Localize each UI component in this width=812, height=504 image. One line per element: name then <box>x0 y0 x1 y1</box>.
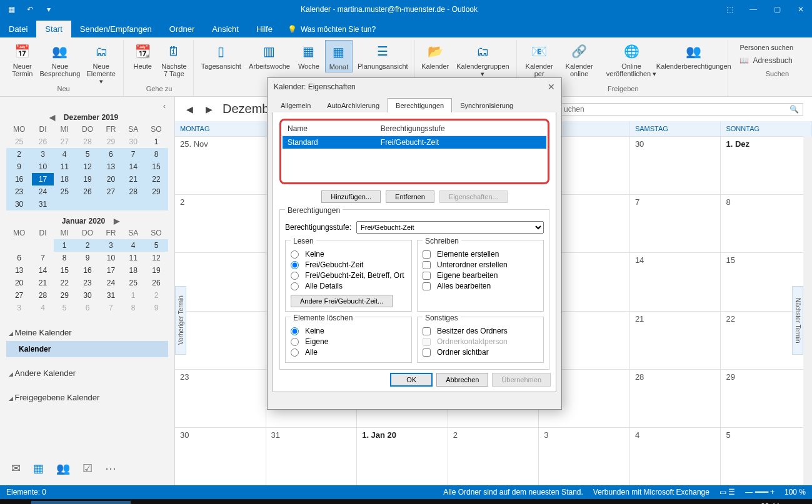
calendar-cell[interactable]: 8 <box>721 195 812 252</box>
week-view-button[interactable]: ▦Woche <box>295 40 323 71</box>
tab-sync[interactable]: Synchronisierung <box>452 98 521 112</box>
undo-icon[interactable]: ↶ <box>24 3 36 16</box>
tab-senden[interactable]: Senden/Empfangen <box>71 21 161 37</box>
prev-appointment-handle[interactable]: Vorheriger Termin <box>175 286 186 355</box>
calendar-group-shared[interactable]: Freigegebene Kalender <box>6 389 168 406</box>
add-button[interactable]: Hinzufügen... <box>321 190 381 203</box>
properties-button[interactable]: Eigenschaften... <box>439 190 508 203</box>
calendar-cell[interactable]: 7 <box>630 195 721 252</box>
mail-icon[interactable]: ✉ <box>11 462 21 475</box>
calendar-cell[interactable]: 25. Nov <box>175 137 266 194</box>
permissions-table[interactable]: NameBerechtigungsstufe StandardFrei/Gebu… <box>279 119 549 184</box>
new-meeting-button[interactable]: 👥Neue Besprechung <box>40 40 81 79</box>
calendar-search[interactable]: 🔍 <box>559 103 803 116</box>
share-calendar-button[interactable]: 📧Kalender per <box>522 40 556 79</box>
write-create-check[interactable] <box>423 250 431 259</box>
calendar-groups-button[interactable]: 🗂Kalendergruppen ▾ <box>453 40 513 79</box>
cancel-button[interactable]: Abbrechen <box>436 373 488 387</box>
today-button[interactable]: 📆Heute <box>129 40 156 71</box>
dialog-close-icon[interactable]: ✕ <box>548 82 555 92</box>
calendar-item-kalender[interactable]: Kalender <box>6 341 168 357</box>
tab-berechtigungen[interactable]: Berechtigungen <box>388 98 452 112</box>
new-appointment-button[interactable]: 📅Neuer Termin <box>8 40 38 79</box>
permission-level-select[interactable]: Frei/Gebucht-Zeit <box>356 221 544 234</box>
tell-me[interactable]: 💡Was möchten Sie tun? <box>281 21 382 37</box>
prev-period-icon[interactable]: ◀ <box>184 103 196 116</box>
people-nav-icon[interactable]: 👥 <box>56 462 70 475</box>
calendar-group-other[interactable]: Andere Kalender <box>6 365 168 382</box>
maximize-icon[interactable]: ▢ <box>771 3 783 16</box>
calendar-cell[interactable]: 1. Jan 20 <box>357 428 448 485</box>
other-freebusy-button[interactable]: Andere Frei/Gebucht-Zeit... <box>291 295 393 307</box>
taskbar-app-outlook[interactable]: o▼Kalender - martina... <box>31 501 131 504</box>
next7-button[interactable]: 🗓Nächste 7 Tage <box>159 40 189 79</box>
table-row[interactable]: StandardFrei/Gebucht-Zeit <box>283 136 546 149</box>
calendar-cell[interactable]: 28 <box>630 370 721 427</box>
next-period-icon[interactable]: ▶ <box>203 103 215 116</box>
calendar-cell[interactable]: 1. Dez <box>721 137 812 194</box>
ribbon-options-icon[interactable]: ⬚ <box>723 3 736 16</box>
calendar-cell[interactable]: 5 <box>721 428 812 485</box>
del-all-radio[interactable] <box>291 348 299 357</box>
next-month-icon[interactable]: ▶ <box>110 217 123 225</box>
write-subfolder-check[interactable] <box>423 261 431 269</box>
close-icon[interactable]: ✕ <box>794 3 807 16</box>
read-none-radio[interactable] <box>291 250 299 259</box>
calendar-nav-icon[interactable]: ▦ <box>33 462 44 475</box>
publish-online-button[interactable]: 🌐Online veröffentlichen ▾ <box>602 40 661 79</box>
calendar-cell[interactable] <box>175 253 266 310</box>
calendar-cell[interactable]: 4 <box>630 428 721 485</box>
calendar-cell[interactable]: 30 <box>175 428 266 485</box>
address-book[interactable]: 📖Adressbuch <box>738 55 812 66</box>
calendar-cell[interactable]: 21 <box>630 312 721 369</box>
calendar-cell[interactable]: 3 <box>539 428 630 485</box>
minimize-icon[interactable]: — <box>747 3 759 16</box>
del-none-radio[interactable] <box>291 327 299 335</box>
calendar-permissions-button[interactable]: 👥Kalenderberechtigungen <box>663 40 724 71</box>
calendar-cell[interactable]: 2 <box>448 428 539 485</box>
read-freebusy-subj-radio[interactable] <box>291 272 299 280</box>
tab-allgemein[interactable]: Allgemein <box>273 98 319 112</box>
owner-check[interactable] <box>423 327 431 335</box>
tab-ordner[interactable]: Ordner <box>161 21 203 37</box>
day-view-button[interactable]: ▯Tagesansicht <box>199 40 244 71</box>
apply-button[interactable]: Übernehmen <box>492 373 551 387</box>
calendar-group-mine[interactable]: Meine Kalender <box>6 324 168 341</box>
start-button[interactable]: ⊞ <box>4 501 30 504</box>
view-buttons[interactable]: ▭ ☰ <box>719 488 735 497</box>
remove-button[interactable]: Entfernen <box>386 190 434 203</box>
more-nav-icon[interactable]: ⋯ <box>105 462 116 475</box>
calendar-cell[interactable]: 29 <box>721 370 812 427</box>
search-input[interactable] <box>564 105 789 114</box>
read-freebusy-radio[interactable] <box>291 261 299 269</box>
new-items-button[interactable]: 🗂Neue Elemente ▾ <box>83 40 119 86</box>
search-icon[interactable]: 🔍 <box>789 105 799 114</box>
next-appointment-handle[interactable]: Nächster Termin <box>792 286 803 355</box>
tab-ansicht[interactable]: Ansicht <box>203 21 248 37</box>
tab-autoarchiv[interactable]: AutoArchivierung <box>319 98 388 112</box>
qat-dropdown-icon[interactable]: ▾ <box>43 3 55 16</box>
calendar-cell[interactable]: 23 <box>175 370 266 427</box>
scrollbar[interactable] <box>803 136 812 485</box>
calendar-cell[interactable] <box>175 312 266 369</box>
tab-datei[interactable]: Datei <box>0 21 36 37</box>
ok-button[interactable]: OK <box>390 373 433 387</box>
share-online-button[interactable]: 🔗Kalender online <box>559 40 599 79</box>
schedule-view-button[interactable]: ☰Planungsansicht <box>355 40 411 71</box>
calendar-button[interactable]: 📂Kalender <box>420 40 451 71</box>
calendar-cell[interactable]: 2 <box>175 195 266 252</box>
mini-calendar-dec[interactable]: ◀Dezember 2019▶ MODIMIDOFRSASO2526272829… <box>6 112 168 210</box>
search-people[interactable]: Personen suchen <box>738 42 812 52</box>
write-own-check[interactable] <box>423 272 431 280</box>
visible-check[interactable] <box>423 348 431 357</box>
tab-start[interactable]: Start <box>36 21 71 37</box>
calendar-cell[interactable]: 31 <box>266 428 358 485</box>
calendar-cell[interactable]: 30 <box>630 137 721 194</box>
collapse-sidebar-icon[interactable]: ‹ <box>6 101 168 112</box>
mini-calendar-jan[interactable]: ◀Januar 2020▶ MODIMIDOFRSASO123456789101… <box>6 215 168 314</box>
tasks-nav-icon[interactable]: ☑ <box>83 462 93 475</box>
read-all-radio[interactable] <box>291 282 299 290</box>
del-own-radio[interactable] <box>291 338 299 346</box>
workweek-view-button[interactable]: ▥Arbeitswoche <box>246 40 293 71</box>
prev-month-icon[interactable]: ◀ <box>46 113 59 122</box>
